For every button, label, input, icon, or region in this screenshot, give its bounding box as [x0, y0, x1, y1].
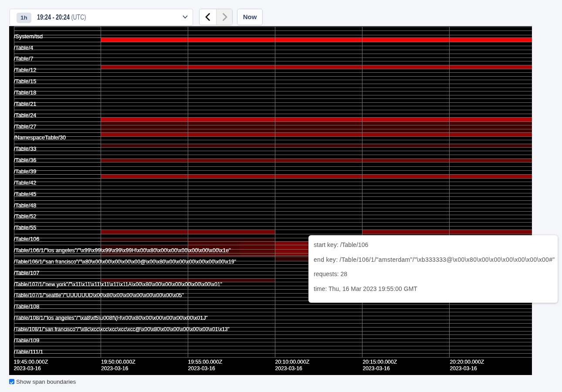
svg-text:/Table/107/1/"new york"/"\x11\: /Table/107/1/"new york"/"\x11\x11\x11\x1…	[14, 281, 222, 287]
svg-text:19:45:00.000Z: 19:45:00.000Z	[14, 359, 48, 365]
svg-text:/Table/27: /Table/27	[14, 124, 37, 130]
svg-text:/Table/108/1/"los angeles"/"\x: /Table/108/1/"los angeles"/"\xa8\xf5\u00…	[14, 315, 208, 321]
svg-text:/Table/39: /Table/39	[14, 169, 37, 175]
svg-text:/Table/24: /Table/24	[14, 112, 37, 118]
svg-text:/Table/55: /Table/55	[14, 225, 37, 231]
svg-text:/Table/106/1/"los angeles"/"\x: /Table/106/1/"los angeles"/"\x99\x99\x99…	[14, 247, 231, 253]
svg-text:/NamespaceTable/30: /NamespaceTable/30	[14, 135, 66, 141]
svg-text:20:20:00.000Z: 20:20:00.000Z	[450, 359, 484, 365]
svg-text:2023-03-16: 2023-03-16	[188, 365, 216, 372]
svg-text:/Table/15: /Table/15	[14, 78, 37, 84]
svg-text:/Table/108/1/"san francisco"/": /Table/108/1/"san francisco"/"\x8c\xcc\x…	[14, 326, 230, 332]
svg-text:/Table/12: /Table/12	[14, 67, 37, 73]
svg-text:/Table/107/1/"seattle"/"UUUUUU: /Table/107/1/"seattle"/"UUUUUUD\x00\x80\…	[14, 292, 184, 298]
svg-text:20:10:00.000Z: 20:10:00.000Z	[275, 359, 310, 365]
svg-text:/Table/21: /Table/21	[14, 101, 37, 107]
svg-text:/Table/52: /Table/52	[14, 213, 37, 220]
svg-text:/Table/106: /Table/106	[14, 236, 40, 242]
svg-text:/Table/48: /Table/48	[14, 203, 37, 209]
svg-text:/Table/18: /Table/18	[14, 90, 37, 96]
svg-text:/Table/109: /Table/109	[14, 338, 40, 344]
svg-text:/System/tsd: /System/tsd	[14, 34, 43, 40]
svg-text:/Table/106/1/"san francisco"/": /Table/106/1/"san francisco"/"\x80\x00\x…	[14, 259, 236, 265]
svg-text:/Table/108: /Table/108	[14, 304, 40, 310]
svg-text:2023-03-16: 2023-03-16	[363, 365, 390, 372]
svg-text:/Table/111/1: /Table/111/1	[14, 349, 43, 355]
svg-text:20:15:00.000Z: 20:15:00.000Z	[363, 359, 397, 365]
svg-text:2023-03-16: 2023-03-16	[101, 365, 129, 372]
svg-text:/Table/36: /Table/36	[14, 157, 37, 163]
svg-text:2023-03-16: 2023-03-16	[450, 365, 477, 372]
svg-text:/Table/33: /Table/33	[14, 146, 37, 152]
svg-text:/Table/4: /Table/4	[14, 45, 33, 51]
svg-text:/Table/42: /Table/42	[14, 180, 37, 186]
svg-text:/Table/45: /Table/45	[14, 191, 37, 197]
svg-text:19:50:00.000Z: 19:50:00.000Z	[101, 359, 135, 365]
svg-text:2023-03-16: 2023-03-16	[275, 365, 303, 372]
svg-text:19:55:00.000Z: 19:55:00.000Z	[188, 359, 223, 365]
svg-text:2023-03-16: 2023-03-16	[14, 365, 41, 372]
svg-text:/Table/7: /Table/7	[14, 56, 33, 62]
svg-text:/Table/107: /Table/107	[14, 270, 40, 276]
